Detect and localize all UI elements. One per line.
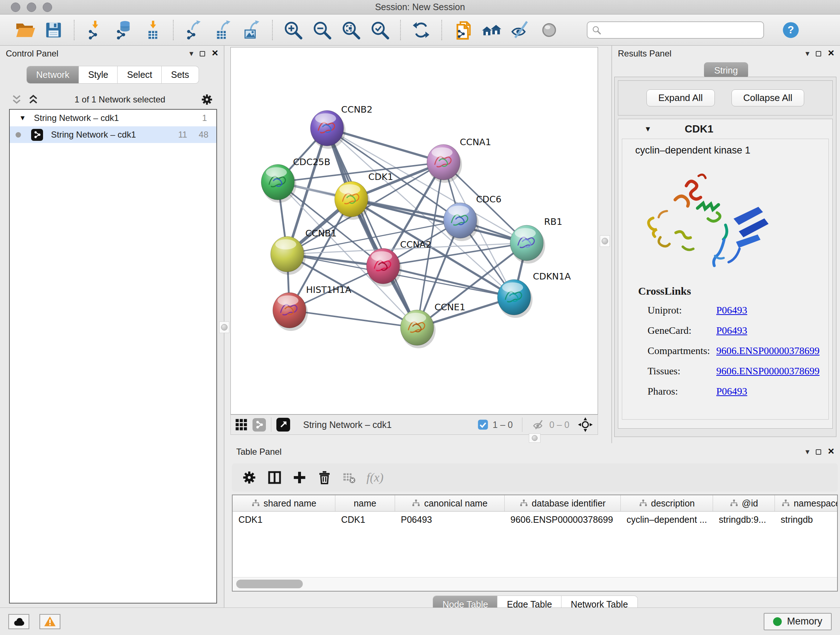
table-settings-gear-icon[interactable] xyxy=(242,470,256,485)
home-pages-button[interactable] xyxy=(480,19,503,42)
panel-float-icon[interactable] xyxy=(816,51,821,57)
column-header-namespace[interactable]: namespace xyxy=(775,495,838,511)
column-header-description[interactable]: description xyxy=(621,495,713,511)
column-header-name[interactable]: name xyxy=(335,495,395,511)
warnings-button[interactable] xyxy=(39,614,60,629)
scrollbar-thumb[interactable] xyxy=(236,580,303,588)
table-cell[interactable]: cyclin–dependent ... xyxy=(621,511,713,527)
collapse-all-icon[interactable] xyxy=(11,94,22,105)
open-session-button[interactable] xyxy=(13,19,36,42)
zoom-fit-button[interactable] xyxy=(339,19,363,42)
table-horizontal-scrollbar[interactable] xyxy=(233,577,837,591)
help-button[interactable]: ? xyxy=(779,19,802,42)
network-node-cdc6[interactable] xyxy=(444,203,478,241)
panel-minimize-icon[interactable]: ▾ xyxy=(805,448,809,456)
cloud-status-button[interactable] xyxy=(8,614,29,629)
right-splitter-grip[interactable] xyxy=(600,235,610,247)
gene-expander-icon[interactable]: ▼ xyxy=(644,125,652,133)
grid-view-icon[interactable] xyxy=(235,418,248,431)
network-edge[interactable] xyxy=(289,310,417,328)
table-cell[interactable]: CDK1 xyxy=(233,511,335,527)
delete-table-icon[interactable] xyxy=(343,471,355,484)
node-label-cdc6: CDC6 xyxy=(476,194,501,204)
column-header-shared-name[interactable]: shared name xyxy=(233,495,335,511)
tab-sets[interactable]: Sets xyxy=(162,66,199,83)
network-node-cdc25b[interactable] xyxy=(261,165,296,203)
function-builder-icon[interactable]: f(x) xyxy=(366,470,384,485)
network-node-cdkn1a[interactable] xyxy=(497,279,532,318)
network-from-file-button[interactable] xyxy=(451,19,474,42)
gene-entry-header[interactable]: ▼ CDK1 xyxy=(618,119,832,139)
table-cell[interactable]: stringdb xyxy=(775,511,838,527)
crosshair-icon[interactable] xyxy=(577,417,593,432)
import-network-from-database-button[interactable] xyxy=(112,19,135,42)
crosslink-link[interactable]: P06493 xyxy=(716,386,747,397)
zoom-in-button[interactable] xyxy=(281,19,305,42)
panel-close-icon[interactable]: × xyxy=(828,48,834,58)
collapse-all-button[interactable]: Collapse All xyxy=(731,89,805,106)
birdseye-view-icon[interactable] xyxy=(276,418,290,432)
save-session-button[interactable] xyxy=(42,19,65,42)
tab-select[interactable]: Select xyxy=(118,66,161,83)
export-network-button[interactable] xyxy=(182,19,205,42)
results-panel-header: Results Panel ▾ × xyxy=(612,46,840,62)
import-network-button[interactable] xyxy=(83,19,106,42)
panel-close-icon[interactable]: × xyxy=(828,446,834,456)
expand-all-button[interactable]: Expand All xyxy=(646,89,715,106)
column-header--id[interactable]: @id xyxy=(713,495,775,511)
panel-minimize-icon[interactable]: ▾ xyxy=(805,50,809,57)
panel-close-icon[interactable]: × xyxy=(212,48,218,58)
tab-style[interactable]: Style xyxy=(79,66,118,83)
show-graphics-details-button[interactable] xyxy=(538,19,561,42)
horizontal-splitter-grip[interactable] xyxy=(529,433,540,443)
tab-string[interactable]: String xyxy=(704,62,748,79)
network-node-ccne1[interactable] xyxy=(401,310,436,348)
tab-network[interactable]: Network xyxy=(27,66,79,83)
panel-float-icon[interactable] xyxy=(816,449,821,455)
share-view-icon[interactable] xyxy=(253,418,266,432)
panel-minimize-icon[interactable]: ▾ xyxy=(189,50,193,57)
import-table-button[interactable] xyxy=(141,19,164,42)
table-cell[interactable]: 9606.ENSP00000378699 xyxy=(505,511,621,527)
show-columns-icon[interactable] xyxy=(267,470,282,485)
hide-graphics-details-button[interactable] xyxy=(508,19,532,42)
network-collection-row[interactable]: ▼ String Network – cdk1 1 xyxy=(10,110,216,126)
delete-column-icon[interactable] xyxy=(317,470,332,485)
refresh-view-button[interactable] xyxy=(409,19,433,42)
search-input[interactable] xyxy=(605,25,759,35)
network-edge[interactable] xyxy=(327,128,417,328)
table-cell[interactable]: P06493 xyxy=(395,511,505,527)
crosslink-link[interactable]: 9606.ENSP00000378699 xyxy=(716,365,819,377)
export-table-button[interactable] xyxy=(211,19,234,42)
table-cell[interactable]: stringdb:9... xyxy=(713,511,775,527)
zoom-selected-button[interactable] xyxy=(368,19,392,42)
add-column-icon[interactable] xyxy=(293,470,306,485)
expand-all-icon[interactable] xyxy=(27,94,39,105)
network-node-rb1[interactable] xyxy=(510,225,545,264)
panel-float-icon[interactable] xyxy=(200,51,205,57)
network-node-cdk1[interactable] xyxy=(335,181,370,220)
selected-checkbox-icon[interactable] xyxy=(477,419,488,430)
memory-button[interactable]: Memory xyxy=(764,613,832,630)
crosslink-link[interactable]: P06493 xyxy=(716,304,747,316)
zoom-out-button[interactable] xyxy=(310,19,333,42)
column-header-database-identifier[interactable]: database identifier xyxy=(505,495,621,511)
network-node-ccnb2[interactable] xyxy=(310,111,346,149)
left-splitter-grip[interactable] xyxy=(219,321,229,333)
table-row[interactable]: CDK1CDK1P064939606.ENSP00000378699cyclin… xyxy=(233,511,837,527)
network-edge[interactable] xyxy=(383,266,514,297)
network-row-selected[interactable]: String Network – cdk1 11 48 xyxy=(10,126,216,143)
collection-expander-icon[interactable]: ▼ xyxy=(19,114,26,122)
column-header-label: database identifier xyxy=(532,498,606,509)
network-options-gear-icon[interactable] xyxy=(201,93,213,106)
crosslink-link[interactable]: P06493 xyxy=(716,325,747,336)
crosslink-link[interactable]: 9606.ENSP00000378699 xyxy=(716,345,819,356)
network-canvas[interactable]: CCNB2CCNA1CDC25BCDK1CDC6RB1CCNB1CCNA2CDK… xyxy=(231,47,598,415)
selected-nodes-badge: 1 – 0 xyxy=(493,420,513,430)
table-cell[interactable]: CDK1 xyxy=(335,511,395,527)
export-image-button[interactable] xyxy=(240,19,264,42)
network-node-hist1h1a[interactable] xyxy=(273,293,308,331)
network-node-ccna1[interactable] xyxy=(427,144,462,183)
search-field[interactable] xyxy=(587,21,764,39)
column-header-canonical-name[interactable]: canonical name xyxy=(395,495,505,511)
